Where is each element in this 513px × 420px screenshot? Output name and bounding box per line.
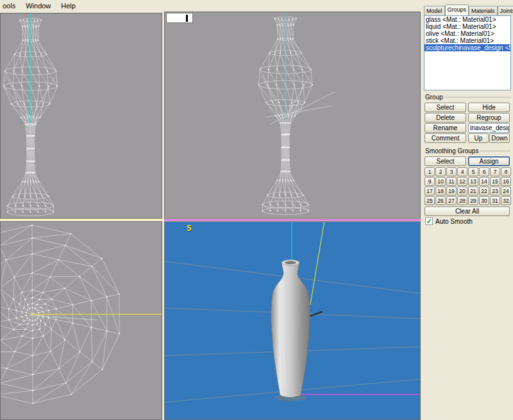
smoothing-group-button[interactable]: 5 (468, 167, 478, 176)
smoothing-section-title: Smoothing Groups (425, 147, 510, 155)
tab-model[interactable]: Model (424, 6, 445, 15)
list-item[interactable]: glass <Mat.: Material01> (425, 16, 510, 23)
viewport-divider-magenta (164, 219, 421, 221)
smoothing-section-label: Smoothing Groups (425, 147, 478, 155)
auto-smooth-checkbox[interactable]: ✓ (425, 217, 433, 225)
group-section-title: Group (425, 94, 510, 101)
group-comment-button[interactable]: Comment (425, 133, 466, 143)
smoothing-group-button[interactable]: 19 (446, 187, 457, 196)
auto-smooth-label: Auto Smooth (435, 218, 473, 225)
smoothing-group-button[interactable]: 18 (435, 187, 446, 196)
viewport-edit-field[interactable] (166, 13, 193, 23)
smoothing-group-button[interactable]: 25 (425, 196, 435, 205)
smoothing-group-button[interactable]: 26 (435, 196, 446, 205)
check-icon: ✓ (426, 218, 432, 224)
group-rename-button[interactable]: Rename (425, 123, 466, 133)
viewport-top-wireframe[interactable] (0, 221, 162, 420)
menu-window[interactable]: Window (26, 2, 51, 10)
auto-smooth-row: ✓ Auto Smooth (425, 217, 473, 225)
tab-joints[interactable]: Joints (498, 6, 513, 15)
viewport-index-label: 5 (187, 223, 192, 233)
smoothing-group-button[interactable]: 16 (501, 177, 511, 186)
smoothing-group-button[interactable]: 31 (490, 196, 500, 205)
tab-materials[interactable]: Materials (469, 6, 498, 15)
right-panel: Model Groups Materials Joints glass <Mat… (423, 0, 513, 420)
group-name-field[interactable]: inavase_design (468, 123, 510, 133)
list-item[interactable]: liquid <Mat.: Material01> (425, 23, 510, 30)
group-section-label: Group (425, 94, 443, 101)
smoothing-group-button[interactable]: 24 (501, 187, 511, 196)
clear-all-button[interactable]: Clear All (425, 206, 510, 216)
list-item[interactable]: stick <Mat.: Material01> (425, 37, 510, 44)
smoothing-group-button[interactable]: 21 (468, 187, 478, 196)
smoothing-group-button[interactable]: 29 (468, 196, 478, 205)
smoothing-group-button[interactable]: 23 (490, 187, 500, 196)
smoothing-group-button[interactable]: 22 (479, 187, 489, 196)
smoothing-group-button[interactable]: 1 (425, 167, 435, 176)
panel-tabs: Model Groups Materials Joints (424, 4, 513, 15)
text-caret (186, 15, 188, 22)
group-down-button[interactable]: Down (489, 133, 510, 143)
smoothing-group-button[interactable]: 27 (446, 196, 457, 205)
smoothing-group-button[interactable]: 8 (501, 167, 511, 176)
group-regroup-button[interactable]: Regroup (468, 113, 510, 122)
smoothing-group-button[interactable]: 6 (479, 167, 489, 176)
tab-groups[interactable]: Groups (445, 4, 469, 15)
groups-list[interactable]: glass <Mat.: Material01> liquid <Mat.: M… (424, 15, 511, 90)
milkshape-window: ools Window Help (0, 0, 513, 420)
menu-help[interactable]: Help (61, 2, 76, 10)
smoothing-assign-button[interactable]: Assign (468, 156, 510, 166)
smoothing-group-button[interactable]: 9 (425, 177, 435, 186)
smoothing-group-button[interactable]: 3 (446, 167, 457, 176)
perspective-canvas (165, 222, 420, 419)
menu-tools[interactable]: ools (3, 2, 15, 10)
smoothing-group-button[interactable]: 20 (457, 187, 467, 196)
smoothing-group-button[interactable]: 10 (435, 177, 446, 186)
front-wireframe-canvas (1, 13, 162, 218)
section-rule (480, 151, 510, 151)
group-delete-button[interactable]: Delete (425, 113, 466, 122)
section-rule (445, 97, 510, 97)
list-item-selected[interactable]: sculpturechinavase_design <No Mater (425, 44, 510, 51)
smoothing-group-button[interactable]: 11 (446, 177, 457, 186)
viewport-perspective-3d[interactable]: 5 (164, 221, 421, 420)
smoothing-group-button[interactable]: 7 (490, 167, 500, 176)
smoothing-group-button[interactable]: 13 (468, 177, 478, 186)
group-up-button[interactable]: Up (468, 133, 489, 143)
list-item[interactable]: olive <Mat.: Material01> (425, 30, 510, 37)
viewport-side-wireframe[interactable] (164, 12, 421, 219)
group-hide-button[interactable]: Hide (468, 103, 510, 112)
smoothing-group-button[interactable]: 28 (457, 196, 467, 205)
smoothing-group-button[interactable]: 14 (479, 177, 489, 186)
smoothing-group-button[interactable]: 30 (479, 196, 489, 205)
top-wireframe-canvas (1, 222, 162, 419)
viewport-front-wireframe[interactable] (0, 13, 162, 219)
group-select-button[interactable]: Select (425, 103, 466, 112)
smoothing-group-button[interactable]: 4 (457, 167, 467, 176)
viewport-divider-yellow (0, 219, 162, 220)
smoothing-groups-grid: 1 2 3 4 5 6 7 8 9 10 11 12 13 14 15 16 1… (425, 167, 511, 205)
smoothing-group-button[interactable]: 12 (457, 177, 467, 186)
side-wireframe-canvas (165, 12, 420, 218)
smoothing-group-button[interactable]: 15 (490, 177, 500, 186)
smoothing-group-button[interactable]: 32 (501, 196, 511, 205)
smoothing-select-button[interactable]: Select (425, 156, 466, 166)
smoothing-group-button[interactable]: 17 (425, 187, 435, 196)
smoothing-group-button[interactable]: 2 (435, 167, 446, 176)
